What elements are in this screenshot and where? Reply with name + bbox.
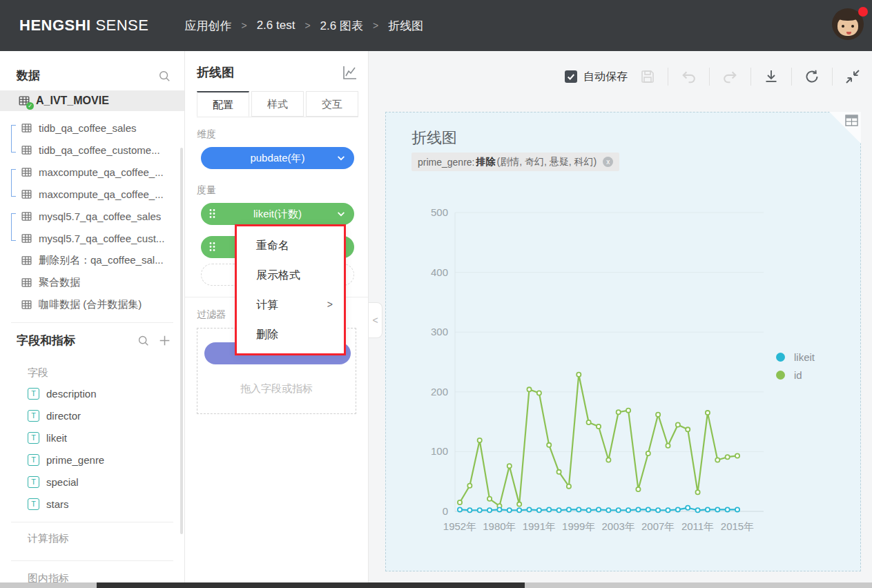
table-icon: [21, 210, 32, 222]
calc-metrics-title[interactable]: 计算指标: [0, 522, 184, 548]
dataset-selected[interactable]: ✓ A_IVT_MOVIE: [0, 90, 184, 111]
table-icon: [21, 299, 32, 311]
dataset-linked-group: mysql5.7_qa_coffee_salesmysql5.7_qa_coff…: [0, 205, 184, 249]
dataset-item[interactable]: maxcompute_qa_coffee_...: [0, 183, 184, 205]
breadcrumb-item[interactable]: 折线图: [388, 18, 423, 34]
table-icon: ✓: [18, 95, 30, 107]
filter-chip-values: (剧情, 奇幻, 悬疑, 科幻): [497, 156, 597, 168]
tab-样式[interactable]: 样式: [251, 91, 304, 117]
field-item[interactable]: Tspecial: [0, 471, 184, 493]
checkbox-checked-icon[interactable]: [565, 70, 577, 83]
dataset-item[interactable]: tidb_qa_coffee_sales: [0, 117, 184, 139]
scrollbar-thumb[interactable]: [97, 582, 525, 588]
submenu-arrow-icon: >: [327, 290, 333, 320]
data-section-title: 数据: [17, 68, 148, 84]
text-field-type-icon: T: [28, 498, 39, 510]
field-item-label: special: [46, 476, 79, 488]
field-item[interactable]: Tstars: [0, 493, 184, 515]
refresh-icon[interactable]: [804, 68, 820, 85]
field-item-label: stars: [46, 498, 69, 510]
dataset-group: 咖啡数据 (合并数据集): [0, 293, 184, 315]
table-icon: [21, 122, 32, 134]
dataset-item[interactable]: 删除别名：qa_coffee_sal...: [0, 249, 184, 271]
tab-配置[interactable]: 配置: [197, 91, 249, 117]
search-icon[interactable]: [158, 70, 171, 82]
save-icon: [639, 68, 656, 85]
dataset-check-badge: ✓: [26, 102, 34, 110]
dataset-list: tidb_qa_coffee_salestidb_qa_coffee_custo…: [0, 117, 184, 315]
chart-canvas[interactable]: 折线图 prime_genre: 排除(剧情, 奇幻, 悬疑, 科幻) x 01…: [385, 112, 861, 571]
dataset-item[interactable]: tidb_qa_coffee_custome...: [0, 139, 184, 161]
field-item[interactable]: Tlikeit: [0, 427, 184, 449]
text-field-type-icon: T: [28, 476, 39, 488]
legend-dot: [776, 353, 785, 362]
context-menu-item[interactable]: 展示格式: [237, 260, 344, 290]
measure-pill-likeit[interactable]: likeit(计数): [201, 203, 354, 225]
dataset-item[interactable]: maxcompute_qa_coffee_...: [0, 161, 184, 183]
context-menu-item[interactable]: 计算>: [237, 290, 344, 320]
drag-handle-icon[interactable]: [209, 242, 215, 252]
redo-icon: [721, 68, 739, 86]
table-icon: [21, 188, 32, 200]
svg-text:2015年: 2015年: [721, 520, 754, 532]
dataset-linked-group: maxcompute_qa_coffee_...maxcompute_qa_co…: [0, 161, 184, 205]
breadcrumb-separator: >: [373, 20, 378, 31]
svg-text:1980年: 1980年: [483, 520, 516, 532]
search-icon[interactable]: [137, 335, 149, 346]
field-item-label: prime_genre: [46, 454, 104, 466]
line-chart-type-icon[interactable]: [340, 63, 358, 81]
breadcrumb-separator: >: [304, 20, 310, 31]
line-chart[interactable]: 01002003004005001952年1980年1991年1999年2003…: [414, 195, 800, 540]
autosave-toggle[interactable]: 自动保存: [565, 70, 628, 84]
dataset-item-label: mysql5.7_qa_coffee_sales: [39, 210, 161, 222]
toolbar-divider: [832, 68, 833, 86]
dataset-linked-group: tidb_qa_coffee_salestidb_qa_coffee_custo…: [0, 117, 184, 161]
svg-text:500: 500: [431, 206, 448, 218]
chevron-down-icon[interactable]: [336, 153, 346, 163]
panel-collapse-handle[interactable]: <: [369, 302, 382, 338]
user-avatar[interactable]: [832, 8, 866, 43]
tab-交互[interactable]: 交互: [306, 91, 358, 117]
sidebar-scrollbar[interactable]: [180, 148, 183, 534]
toolbar-divider: [791, 68, 792, 86]
dataset-item[interactable]: 聚合数据: [0, 271, 184, 293]
toolbar-divider: [668, 68, 668, 86]
chevron-down-icon[interactable]: [336, 209, 346, 219]
legend-item-likeit[interactable]: likeit: [776, 351, 815, 363]
undo-icon: [680, 68, 697, 86]
download-icon[interactable]: [763, 68, 779, 85]
dataset-group: 聚合数据: [0, 271, 184, 293]
drag-handle-icon[interactable]: [209, 208, 215, 219]
legend-item-id[interactable]: id: [776, 369, 815, 381]
page-curl-data-view[interactable]: [829, 112, 861, 144]
filter-chip-close-icon[interactable]: x: [603, 157, 613, 167]
field-item-label: description: [46, 388, 97, 400]
dataset-item-label: mysql5.7_qa_coffee_cust...: [39, 233, 164, 244]
context-menu-item[interactable]: 重命名: [237, 231, 344, 260]
dataset-item-label: 删除别名：qa_coffee_sal...: [39, 254, 164, 267]
breadcrumb-item[interactable]: 2.6 图表: [320, 18, 363, 34]
table-icon: [21, 233, 32, 244]
breadcrumb-item[interactable]: 应用创作: [184, 18, 231, 34]
dimension-pill-pubdate[interactable]: pubdate(年): [201, 147, 354, 169]
field-item[interactable]: Tdescription: [0, 382, 184, 404]
add-field-icon[interactable]: [159, 335, 171, 346]
panel-title: 折线图: [197, 64, 331, 81]
breadcrumb-item[interactable]: 2.6 test: [257, 19, 295, 32]
collapse-fullscreen-icon[interactable]: [844, 68, 861, 85]
data-sidebar: 数据 ✓ A_IVT_MOVIE tidb_qa_coffee_salestid…: [0, 51, 185, 588]
field-item[interactable]: Tdirector: [0, 404, 184, 427]
chart-workspace: 自动保存 折线图 prime_genre: 排除(剧情,: [369, 51, 872, 588]
autosave-label: 自动保存: [583, 70, 628, 84]
dataset-item[interactable]: 咖啡数据 (合并数据集): [0, 293, 184, 315]
fields-section-title: 字段和指标: [17, 333, 128, 349]
dataset-item[interactable]: mysql5.7_qa_coffee_cust...: [0, 227, 184, 249]
svg-text:1952年: 1952年: [443, 520, 476, 532]
horizontal-scrollbar[interactable]: [0, 582, 872, 588]
field-item-label: director: [46, 410, 81, 422]
context-menu-item[interactable]: 删除: [237, 320, 344, 349]
breadcrumb: 应用创作>2.6 test>2.6 图表>折线图: [184, 18, 423, 34]
dataset-item[interactable]: mysql5.7_qa_coffee_sales: [0, 205, 184, 227]
breadcrumb-separator: >: [241, 20, 246, 31]
field-item[interactable]: Tprime_genre: [0, 449, 184, 471]
